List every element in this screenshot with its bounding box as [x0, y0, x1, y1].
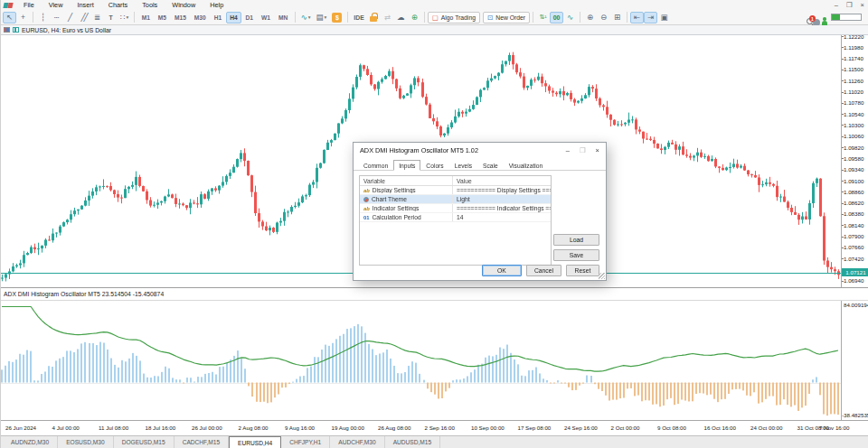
resize-grip[interactable] — [599, 273, 605, 279]
dialog-row[interactable]: abIndicator Settings=========== Indicato… — [360, 204, 551, 213]
ohlc-button[interactable]: 00 — [550, 12, 563, 23]
chart-tab-eosusd-m30[interactable]: EOSUSD,M30 — [58, 436, 114, 448]
price-axis-label: 1.11500 — [844, 66, 863, 72]
cloud-button[interactable]: ☁ — [394, 12, 408, 23]
dialog-minimize-button[interactable]: – — [566, 146, 570, 154]
toolbar-separator — [627, 12, 627, 23]
new-order-button[interactable]: ⊡New Order — [483, 12, 530, 23]
camera-icon: ▣ — [661, 13, 668, 22]
time-axis-label: 19 Aug 00:00 — [332, 425, 364, 431]
menu-tools[interactable]: Tools — [135, 1, 165, 9]
depth-of-market-button[interactable]: ⇅¹ — [536, 12, 550, 23]
channel-tool-button[interactable]: ╱╱ — [77, 12, 90, 23]
indicator-scale-max: 84.009194 — [844, 302, 868, 308]
menu-window[interactable]: Window — [165, 1, 203, 9]
vertical-line-tool-button[interactable]: ┆ — [36, 12, 50, 23]
restore-window-button[interactable]: ❐ — [846, 1, 853, 9]
close-window-button[interactable]: × — [861, 1, 864, 9]
dollar-icon: $ — [332, 13, 342, 23]
time-axis-label: 11 Jul 08:00 — [99, 425, 128, 431]
timeframe-mn-button[interactable]: MN — [274, 12, 291, 23]
time-axis: 26 Jun 20244 Jul 00:0011 Jul 08:0018 Jul… — [1, 420, 868, 435]
ide-button[interactable]: IDE — [351, 12, 366, 23]
horizontal-line-tool-button[interactable]: ┄ — [50, 12, 63, 23]
chart-tab-dogeusd-m15[interactable]: DOGEUSD,M15 — [114, 436, 175, 448]
community-button[interactable]: ⊕ — [408, 12, 421, 23]
timeframe-m1-button[interactable]: M1 — [137, 12, 154, 23]
variable-cell: abIndicator Settings — [360, 205, 452, 211]
chart-tab-cadchf-m15[interactable]: CADCHF,M15 — [175, 436, 229, 448]
column-header-value: Value — [452, 176, 551, 185]
dock-panel-right-button[interactable]: ⇥ — [644, 12, 657, 23]
variable-value: =========== Display Settings ======... — [452, 186, 551, 194]
algo-trading-label: Algo Trading — [441, 14, 476, 21]
dialog-tab-visualization[interactable]: Visualization — [504, 160, 548, 171]
dialog-row[interactable]: abDisplay Settings=========== Display Se… — [360, 186, 551, 195]
dialog-titlebar[interactable]: ADX DMI Histogram Oscillator MT5 1.02 – … — [354, 143, 606, 158]
templates-button[interactable]: ▤▾ — [314, 12, 330, 23]
timeframe-d1-button[interactable]: D1 — [241, 12, 257, 23]
timeframe-h4-button[interactable]: H4 — [226, 12, 241, 23]
theme-icon — [363, 197, 369, 202]
dialog-row[interactable]: Chart ThemeLight — [360, 195, 551, 204]
menu-view[interactable]: View — [42, 1, 71, 9]
chart-tab-audchf-m30[interactable]: AUDCHF,M30 — [330, 436, 384, 448]
dialog-tab-colors[interactable]: Colors — [420, 160, 448, 171]
ok-button[interactable]: OK — [482, 265, 522, 276]
timeframe-m15-button[interactable]: M15 — [171, 12, 191, 23]
new-order-icon: ⊡ — [487, 14, 493, 22]
load-button[interactable]: Load — [553, 234, 599, 246]
dialog-close-button[interactable]: × — [596, 146, 599, 154]
dialog-actions: OK Cancel Reset — [482, 265, 599, 276]
timeframe-group: M1M5M15M30H1H4D1W1MN — [137, 12, 291, 23]
menu-insert[interactable]: Insert — [70, 1, 100, 9]
algo-trading-button[interactable]: ▢Algo Trading — [428, 12, 480, 23]
shapes-tool-button[interactable]: ∷▾ — [118, 12, 131, 23]
dialog-row[interactable]: 01Calculation Period14 — [360, 213, 551, 222]
chart-tab-eurusd-h4[interactable]: EURUSD,H4 — [229, 436, 281, 448]
price-axis-label: 1.08140 — [844, 222, 863, 229]
dialog-tab-common[interactable]: Common — [358, 160, 393, 171]
dialog-tab-inputs[interactable]: Inputs — [393, 160, 420, 171]
dialog-maximize-button[interactable]: ❐ — [580, 146, 586, 154]
chart-tab-audusd-m15[interactable]: AUDUSD,M15 — [385, 436, 441, 448]
dialog-title: ADX DMI Histogram Oscillator MT5 1.02 — [360, 146, 478, 154]
save-button[interactable]: Save — [553, 249, 599, 261]
dock-panel-left-button[interactable]: ⇤ — [630, 12, 644, 23]
quotes-button[interactable]: $ — [329, 12, 344, 23]
timeframe-w1-button[interactable]: W1 — [258, 12, 275, 23]
dialog-tab-scale[interactable]: Scale — [477, 160, 504, 171]
fibonacci-tool-button[interactable]: ≣ — [90, 12, 104, 23]
price-axis-label: 1.07420 — [844, 256, 863, 262]
zoom-out-button[interactable]: ⊖ — [597, 12, 610, 23]
indicators-button[interactable]: ∿▾ — [298, 12, 314, 23]
reset-button[interactable]: Reset — [566, 265, 599, 276]
trendline-tool-button[interactable]: ╱ — [63, 12, 77, 23]
connect-button[interactable]: ⇄ — [381, 12, 394, 23]
variable-value: =========== Indicator Settings =====... — [452, 204, 551, 212]
crosshair-tool-button[interactable]: + — [16, 12, 30, 23]
cursor-tool-button[interactable]: ↖ — [3, 12, 16, 23]
indicator-label: ADX DMI Histogram Oscillator MT5 23.5145… — [4, 291, 164, 297]
menu-charts[interactable]: Charts — [101, 1, 136, 9]
tile-windows-button[interactable]: ⊞ — [610, 12, 624, 23]
dialog-table-header: Variable Value — [360, 176, 551, 186]
toolbar-separator — [347, 12, 348, 23]
zoom-in-button[interactable]: ⊕ — [583, 12, 597, 23]
screenshot-button[interactable]: ▣ — [657, 12, 671, 23]
text-tool-button[interactable]: T — [104, 12, 118, 23]
timeframe-m30-button[interactable]: M30 — [190, 12, 210, 23]
indicator-canvas[interactable] — [1, 301, 841, 420]
dialog-tab-levels[interactable]: Levels — [449, 160, 477, 171]
menu-help[interactable]: Help — [203, 1, 231, 9]
menu-file[interactable]: File — [16, 1, 42, 9]
lock-button[interactable] — [367, 12, 381, 23]
cancel-button[interactable]: Cancel — [526, 265, 561, 276]
chart-tab-chfjpy-h1[interactable]: CHFJPY,H1 — [281, 436, 330, 448]
chart-tab-audnzd-m30[interactable]: AUDNZD,M30 — [3, 436, 58, 448]
mt5-window: FileViewInsertChartsToolsWindowHelp – ❐ … — [0, 0, 868, 448]
timeframe-m5-button[interactable]: M5 — [154, 12, 170, 23]
minimize-window-button[interactable]: – — [835, 1, 838, 9]
ask-line-button[interactable]: ∿ — [563, 12, 577, 23]
timeframe-h1-button[interactable]: H1 — [210, 12, 225, 23]
